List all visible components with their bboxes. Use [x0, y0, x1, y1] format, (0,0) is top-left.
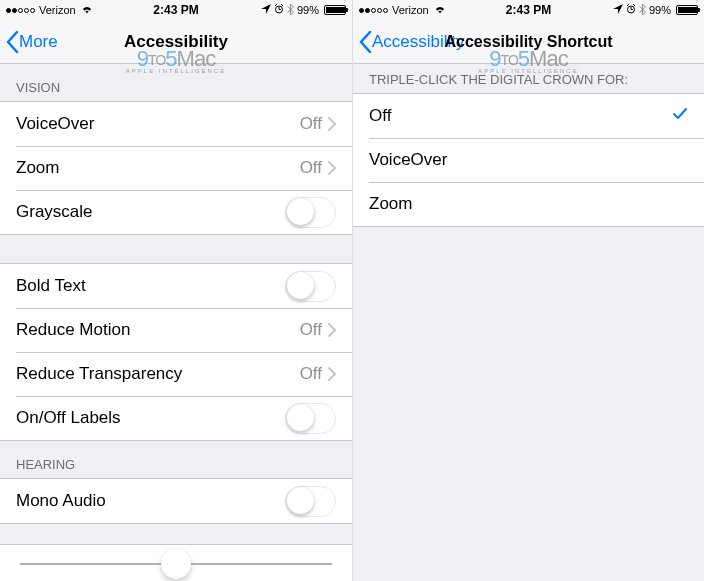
cell-bold-text: Bold Text — [0, 264, 352, 308]
chevron-right-icon — [328, 367, 336, 381]
cell-label: Mono Audio — [16, 491, 285, 511]
option-voiceover[interactable]: VoiceOver — [353, 138, 704, 182]
battery-pct: 99% — [297, 4, 319, 16]
bluetooth-icon — [639, 4, 646, 17]
cell-label: Reduce Motion — [16, 320, 300, 340]
bluetooth-icon — [287, 4, 294, 17]
status-bar: Verizon 2:43 PM 99% — [353, 0, 704, 20]
cell-zoom[interactable]: Zoom Off — [0, 146, 352, 190]
signal-dots — [359, 8, 388, 13]
signal-dots — [6, 8, 35, 13]
battery-icon — [676, 5, 698, 15]
cell-label: Zoom — [16, 158, 300, 178]
cell-reduce-motion[interactable]: Reduce Motion Off — [0, 308, 352, 352]
option-label: VoiceOver — [369, 150, 688, 170]
option-label: Off — [369, 106, 672, 126]
wifi-icon — [433, 3, 447, 17]
vision-group-1: VoiceOver Off Zoom Off Grayscale — [0, 101, 352, 235]
cell-label: Bold Text — [16, 276, 285, 296]
mono-audio-switch[interactable] — [285, 486, 336, 517]
option-off[interactable]: Off — [353, 94, 704, 138]
wifi-icon — [80, 3, 94, 17]
cell-value: Off — [300, 114, 322, 134]
balance-slider[interactable] — [20, 563, 332, 565]
cell-label: On/Off Labels — [16, 408, 285, 428]
content-scroll[interactable]: TRIPLE-CLICK THE DIGITAL CROWN FOR: Off … — [353, 64, 704, 581]
content-scroll[interactable]: VISION VoiceOver Off Zoom Off Grayscale … — [0, 64, 352, 581]
chevron-right-icon — [328, 323, 336, 337]
option-label: Zoom — [369, 194, 688, 214]
cell-grayscale: Grayscale — [0, 190, 352, 234]
screen-accessibility-shortcut: Verizon 2:43 PM 99% Accessibility Access… — [352, 0, 704, 581]
carrier-label: Verizon — [39, 4, 76, 16]
cell-label: VoiceOver — [16, 114, 300, 134]
location-icon — [613, 4, 623, 16]
alarm-icon — [626, 4, 636, 16]
cell-value: Off — [300, 158, 322, 178]
cell-on-off-labels: On/Off Labels — [0, 396, 352, 440]
status-right: 99% — [261, 4, 346, 17]
screen-accessibility: Verizon 2:43 PM 99% More Accessibility 9… — [0, 0, 352, 581]
cell-label: Grayscale — [16, 202, 285, 222]
hearing-group: Mono Audio — [0, 478, 352, 524]
cell-reduce-transparency[interactable]: Reduce Transparency Off — [0, 352, 352, 396]
watermark: 9TO5Mac APPLE INTELLIGENCE — [126, 48, 226, 74]
location-icon — [261, 4, 271, 16]
clock: 2:43 PM — [153, 3, 198, 17]
carrier-label: Verizon — [392, 4, 429, 16]
clock: 2:43 PM — [506, 3, 551, 17]
alarm-icon — [274, 4, 284, 16]
cell-value: Off — [300, 320, 322, 340]
option-zoom[interactable]: Zoom — [353, 182, 704, 226]
chevron-right-icon — [328, 117, 336, 131]
cell-voiceover[interactable]: VoiceOver Off — [0, 102, 352, 146]
section-header-hearing: HEARING — [0, 441, 352, 478]
watermark: 9TO5Mac APPLE INTELLIGENCE — [478, 48, 578, 74]
back-label: More — [19, 32, 58, 52]
status-right: 99% — [613, 4, 698, 17]
slider-thumb[interactable] — [161, 549, 191, 579]
status-bar: Verizon 2:43 PM 99% — [0, 0, 352, 20]
on-off-labels-switch[interactable] — [285, 403, 336, 434]
chevron-right-icon — [328, 161, 336, 175]
cell-value: Off — [300, 364, 322, 384]
battery-pct: 99% — [649, 4, 671, 16]
checkmark-icon — [672, 106, 688, 127]
battery-icon — [324, 5, 346, 15]
back-button[interactable]: More — [0, 31, 58, 53]
bold-text-switch[interactable] — [285, 271, 336, 302]
grayscale-switch[interactable] — [285, 197, 336, 228]
shortcut-options-group: Off VoiceOver Zoom — [353, 93, 704, 227]
cell-label: Reduce Transparency — [16, 364, 300, 384]
balance-slider-cell — [0, 544, 352, 581]
vision-group-2: Bold Text Reduce Motion Off Reduce Trans… — [0, 263, 352, 441]
cell-mono-audio: Mono Audio — [0, 479, 352, 523]
